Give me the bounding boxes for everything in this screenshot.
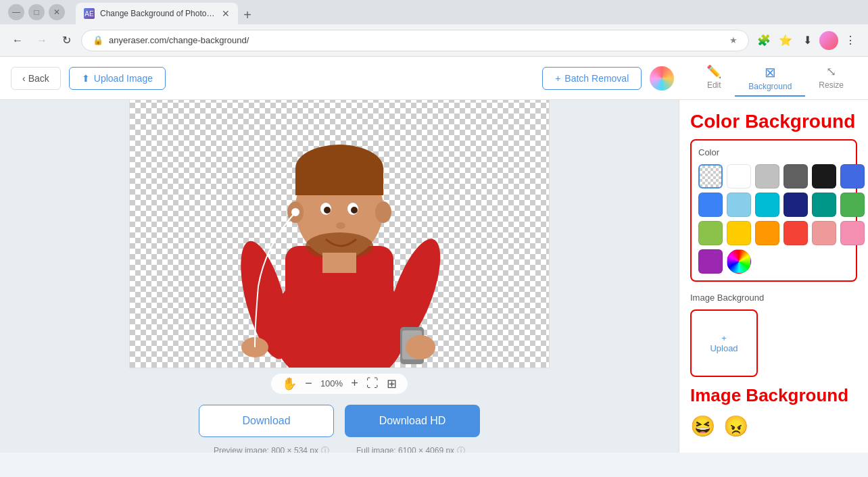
svg-rect-13 <box>322 253 356 273</box>
preview-info: Preview image: 800 × 534 px ⓘ <box>214 445 329 453</box>
batch-label: Batch Removal <box>564 73 629 84</box>
upload-icon: ⬆ <box>82 73 90 84</box>
back-label: Back <box>28 73 49 84</box>
grid-button[interactable]: ⊞ <box>387 376 397 391</box>
color-swatch-blue-bright[interactable] <box>840 164 865 189</box>
bookmark-button[interactable]: ⭐ <box>776 31 795 50</box>
tab-edit[interactable]: ✏️ Edit <box>693 60 735 97</box>
fit-button[interactable]: ⛶ <box>366 376 379 391</box>
color-swatch-yellow[interactable] <box>727 221 751 245</box>
download-nav-button[interactable]: ⬇ <box>798 31 817 50</box>
zoom-out-button[interactable]: − <box>305 376 312 391</box>
download-button[interactable]: Download <box>199 405 334 437</box>
color-swatch-black[interactable] <box>812 164 836 189</box>
color-swatch-blue-sky[interactable] <box>727 193 751 217</box>
color-section-wrapper: Color Background Color <box>690 111 857 282</box>
minimize-button[interactable]: — <box>8 4 24 20</box>
back-button[interactable]: ‹ Back <box>11 67 61 90</box>
extensions-button[interactable]: 🧩 <box>754 31 773 50</box>
zoom-in-button[interactable]: + <box>351 376 358 391</box>
download-row: Download Download HD Preview image: 800 … <box>199 405 480 453</box>
nav-right-icons: 🧩 ⭐ ⬇ ⋮ <box>754 31 860 50</box>
color-swatch-green[interactable] <box>840 193 865 217</box>
app-toolbar: ‹ Back ⬆ Upload Image + Batch Removal ✏️… <box>0 57 868 100</box>
color-swatch-transparent[interactable] <box>698 164 723 189</box>
svg-rect-4 <box>295 168 383 195</box>
browser-chrome: — □ ✕ AE Change Background of Photo C...… <box>0 0 868 57</box>
batch-removal-button[interactable]: + Batch Removal <box>542 67 642 90</box>
hand-tool-button[interactable]: ✋ <box>282 376 297 391</box>
image-bg-heading: Image Background <box>690 385 857 406</box>
tab-resize[interactable]: ⤡ Resize <box>805 60 857 97</box>
svg-point-20 <box>291 208 299 216</box>
person-image <box>130 100 549 368</box>
upload-image-button[interactable]: ⬆ Upload Image <box>69 67 166 90</box>
svg-point-9 <box>324 207 331 214</box>
zoom-controls[interactable]: ✋ − 100% + ⛶ ⊞ <box>271 374 407 394</box>
plus-icon: + <box>555 73 560 84</box>
background-icon: ⊠ <box>765 64 776 80</box>
upload-image-box[interactable]: + Upload <box>690 309 758 377</box>
color-section: Color <box>690 139 857 282</box>
upload-label: Upload Image <box>94 73 153 84</box>
main-content: ✋ − 100% + ⛶ ⊞ Download Download HD Prev… <box>0 100 868 453</box>
tab-favicon: AE <box>84 8 95 19</box>
full-info-text: Full image: 6100 × 4069 px <box>356 446 454 453</box>
forward-nav-button[interactable]: → <box>32 31 51 50</box>
color-swatch-white[interactable] <box>727 164 751 189</box>
color-swatch-navy[interactable] <box>783 193 808 217</box>
svg-point-19 <box>406 335 435 359</box>
color-swatch-light-gray[interactable] <box>755 164 779 189</box>
preview-info-text: Preview image: 800 × 534 px <box>214 446 318 453</box>
menu-button[interactable]: ⋮ <box>841 31 860 50</box>
tab-close-icon[interactable]: ✕ <box>222 8 230 19</box>
nav-bar: ← → ↻ 🔒 anyeraser.com/change-background/… <box>0 24 868 57</box>
canvas-area: ✋ − 100% + ⛶ ⊞ Download Download HD Prev… <box>0 100 679 453</box>
image-bg-section-label: Image Background <box>690 293 857 303</box>
color-swatch-gradient[interactable] <box>727 249 751 274</box>
tab-resize-label: Resize <box>819 80 844 90</box>
info-icon: ⓘ <box>321 445 329 453</box>
emoji-item[interactable]: 😆 <box>690 414 715 438</box>
color-swatch-pink-light[interactable] <box>812 221 836 245</box>
download-hd-button[interactable]: Download HD <box>345 405 480 437</box>
download-info: Preview image: 800 × 534 px ⓘ Full image… <box>214 445 465 453</box>
back-nav-button[interactable]: ← <box>8 31 27 50</box>
reload-button[interactable]: ↻ <box>57 31 76 50</box>
active-tab[interactable]: AE Change Background of Photo C... ✕ <box>76 3 238 24</box>
color-grid <box>698 164 849 274</box>
window-controls[interactable]: — □ ✕ <box>8 4 65 20</box>
color-swatch-teal[interactable] <box>812 193 836 217</box>
url-text: anyeraser.com/change-background/ <box>109 35 724 45</box>
new-tab-button[interactable]: + <box>238 5 257 24</box>
tab-background[interactable]: ⊠ Background <box>735 60 805 97</box>
maximize-button[interactable]: □ <box>28 4 45 20</box>
full-info-icon: ⓘ <box>457 445 465 453</box>
color-section-label: Color <box>698 147 849 157</box>
color-swatch-cyan[interactable] <box>755 193 779 217</box>
user-avatar[interactable] <box>650 66 674 91</box>
download-buttons: Download Download HD <box>199 405 480 437</box>
svg-point-11 <box>336 222 345 229</box>
color-swatch-orange[interactable] <box>755 221 779 245</box>
color-swatch-dark-gray[interactable] <box>783 164 808 189</box>
tab-background-label: Background <box>748 82 792 91</box>
color-swatch-red[interactable] <box>783 221 808 245</box>
color-swatch-lime[interactable] <box>698 221 723 245</box>
close-button[interactable]: ✕ <box>49 4 65 20</box>
color-swatch-pink[interactable] <box>840 221 865 245</box>
color-swatch-purple[interactable] <box>698 249 723 274</box>
profile-button[interactable] <box>819 31 838 50</box>
right-panel: Color Background Color Image Background … <box>679 100 868 453</box>
color-swatch-blue-medium[interactable] <box>698 193 723 217</box>
edit-icon: ✏️ <box>706 64 721 79</box>
address-bar[interactable]: 🔒 anyeraser.com/change-background/ ★ <box>81 30 749 51</box>
full-info: Full image: 6100 × 4069 px ⓘ <box>356 445 465 453</box>
upload-box-label: Upload <box>710 343 738 353</box>
emoji-item[interactable]: 😠 <box>723 414 748 438</box>
tab-bar: AE Change Background of Photo C... ✕ + <box>70 0 860 24</box>
checker-background <box>130 100 549 368</box>
app-container: ‹ Back ⬆ Upload Image + Batch Removal ✏️… <box>0 57 868 453</box>
tab-title: Change Background of Photo C... <box>100 9 216 18</box>
color-bg-heading: Color Background <box>690 111 857 132</box>
